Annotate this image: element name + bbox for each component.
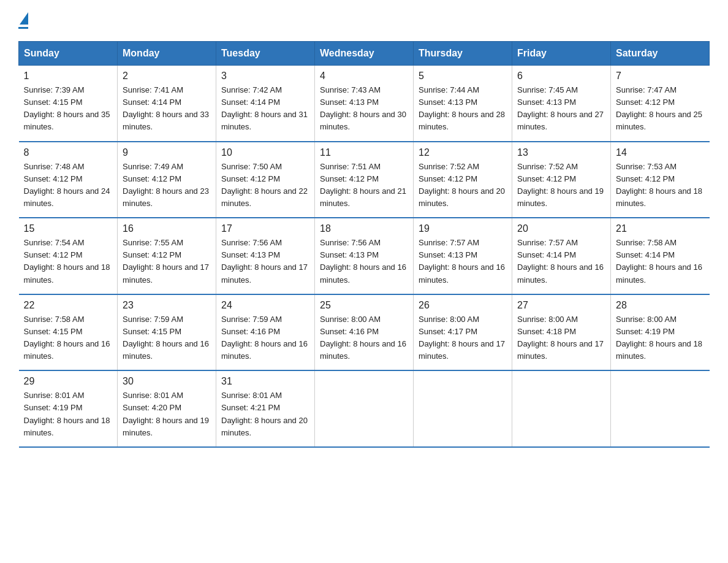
day-info: Sunrise: 7:55 AMSunset: 4:12 PMDaylight:… <box>123 237 211 286</box>
logo-triangle-icon <box>20 12 28 25</box>
day-info: Sunrise: 7:50 AMSunset: 4:12 PMDaylight:… <box>221 161 309 210</box>
weekday-header-friday: Friday <box>512 42 611 66</box>
calendar-cell <box>512 370 611 447</box>
day-info: Sunrise: 8:01 AMSunset: 4:20 PMDaylight:… <box>123 389 211 439</box>
day-number: 24 <box>221 300 309 311</box>
day-info: Sunrise: 7:47 AMSunset: 4:12 PMDaylight:… <box>616 84 705 134</box>
weekday-header-row: SundayMondayTuesdayWednesdayThursdayFrid… <box>19 42 710 66</box>
calendar-cell: 5Sunrise: 7:44 AMSunset: 4:13 PMDaylight… <box>414 66 512 142</box>
day-number: 3 <box>221 71 309 82</box>
day-number: 14 <box>616 147 705 158</box>
calendar-cell: 16Sunrise: 7:55 AMSunset: 4:12 PMDayligh… <box>118 218 216 294</box>
calendar-cell: 31Sunrise: 8:01 AMSunset: 4:21 PMDayligh… <box>216 370 315 447</box>
calendar-cell: 3Sunrise: 7:42 AMSunset: 4:14 PMDaylight… <box>216 66 315 142</box>
day-number: 30 <box>123 376 211 387</box>
day-number: 15 <box>24 223 113 234</box>
day-number: 13 <box>517 147 605 158</box>
day-info: Sunrise: 7:56 AMSunset: 4:13 PMDaylight:… <box>320 237 408 286</box>
calendar-cell: 19Sunrise: 7:57 AMSunset: 4:13 PMDayligh… <box>414 218 512 294</box>
day-number: 29 <box>24 376 113 387</box>
day-number: 5 <box>419 71 507 82</box>
calendar-cell: 26Sunrise: 8:00 AMSunset: 4:17 PMDayligh… <box>414 294 512 371</box>
weekday-header-sunday: Sunday <box>19 42 118 66</box>
day-info: Sunrise: 7:58 AMSunset: 4:14 PMDaylight:… <box>616 237 705 286</box>
day-number: 12 <box>419 147 507 158</box>
day-info: Sunrise: 7:59 AMSunset: 4:15 PMDaylight:… <box>123 313 211 363</box>
weekday-header-tuesday: Tuesday <box>216 42 315 66</box>
day-number: 16 <box>123 223 211 234</box>
day-info: Sunrise: 7:41 AMSunset: 4:14 PMDaylight:… <box>123 84 211 134</box>
day-info: Sunrise: 7:45 AMSunset: 4:13 PMDaylight:… <box>517 84 605 134</box>
logo <box>18 12 28 29</box>
week-row-5: 29Sunrise: 8:01 AMSunset: 4:19 PMDayligh… <box>19 370 710 447</box>
day-number: 28 <box>616 300 705 311</box>
calendar-cell: 12Sunrise: 7:52 AMSunset: 4:12 PMDayligh… <box>414 142 512 218</box>
day-number: 4 <box>320 71 408 82</box>
calendar-cell: 2Sunrise: 7:41 AMSunset: 4:14 PMDaylight… <box>118 66 216 142</box>
calendar-cell: 20Sunrise: 7:57 AMSunset: 4:14 PMDayligh… <box>512 218 611 294</box>
day-number: 27 <box>517 300 605 311</box>
day-number: 20 <box>517 223 605 234</box>
calendar-cell: 14Sunrise: 7:53 AMSunset: 4:12 PMDayligh… <box>611 142 710 218</box>
week-row-3: 15Sunrise: 7:54 AMSunset: 4:12 PMDayligh… <box>19 218 710 294</box>
day-info: Sunrise: 8:00 AMSunset: 4:17 PMDaylight:… <box>419 313 507 363</box>
week-row-1: 1Sunrise: 7:39 AMSunset: 4:15 PMDaylight… <box>19 66 710 142</box>
day-number: 31 <box>221 376 309 387</box>
day-info: Sunrise: 8:01 AMSunset: 4:21 PMDaylight:… <box>221 389 309 439</box>
day-number: 8 <box>24 147 113 158</box>
day-info: Sunrise: 7:56 AMSunset: 4:13 PMDaylight:… <box>221 237 309 286</box>
logo-underline <box>18 27 28 29</box>
day-number: 7 <box>616 71 705 82</box>
calendar-cell: 21Sunrise: 7:58 AMSunset: 4:14 PMDayligh… <box>611 218 710 294</box>
calendar-cell: 18Sunrise: 7:56 AMSunset: 4:13 PMDayligh… <box>315 218 414 294</box>
calendar-cell: 1Sunrise: 7:39 AMSunset: 4:15 PMDaylight… <box>19 66 118 142</box>
day-info: Sunrise: 8:00 AMSunset: 4:19 PMDaylight:… <box>616 313 705 363</box>
day-info: Sunrise: 7:52 AMSunset: 4:12 PMDaylight:… <box>419 161 507 210</box>
day-info: Sunrise: 7:54 AMSunset: 4:12 PMDaylight:… <box>24 237 113 286</box>
calendar-cell: 4Sunrise: 7:43 AMSunset: 4:13 PMDaylight… <box>315 66 414 142</box>
calendar-cell <box>611 370 710 447</box>
day-number: 17 <box>221 223 309 234</box>
calendar-cell: 10Sunrise: 7:50 AMSunset: 4:12 PMDayligh… <box>216 142 315 218</box>
calendar-cell: 17Sunrise: 7:56 AMSunset: 4:13 PMDayligh… <box>216 218 315 294</box>
day-info: Sunrise: 7:43 AMSunset: 4:13 PMDaylight:… <box>320 84 408 134</box>
calendar-cell: 29Sunrise: 8:01 AMSunset: 4:19 PMDayligh… <box>19 370 118 447</box>
calendar-cell: 8Sunrise: 7:48 AMSunset: 4:12 PMDaylight… <box>19 142 118 218</box>
calendar-cell: 6Sunrise: 7:45 AMSunset: 4:13 PMDaylight… <box>512 66 611 142</box>
day-info: Sunrise: 7:51 AMSunset: 4:12 PMDaylight:… <box>320 161 408 210</box>
calendar-cell: 7Sunrise: 7:47 AMSunset: 4:12 PMDaylight… <box>611 66 710 142</box>
day-number: 10 <box>221 147 309 158</box>
day-number: 9 <box>123 147 211 158</box>
day-info: Sunrise: 7:53 AMSunset: 4:12 PMDaylight:… <box>616 161 705 210</box>
day-info: Sunrise: 8:00 AMSunset: 4:16 PMDaylight:… <box>320 313 408 363</box>
day-number: 19 <box>419 223 507 234</box>
weekday-header-thursday: Thursday <box>414 42 512 66</box>
day-number: 26 <box>419 300 507 311</box>
day-info: Sunrise: 7:58 AMSunset: 4:15 PMDaylight:… <box>24 313 113 363</box>
calendar-cell: 23Sunrise: 7:59 AMSunset: 4:15 PMDayligh… <box>118 294 216 371</box>
day-info: Sunrise: 7:59 AMSunset: 4:16 PMDaylight:… <box>221 313 309 363</box>
calendar-table: SundayMondayTuesdayWednesdayThursdayFrid… <box>18 41 710 448</box>
calendar-cell: 25Sunrise: 8:00 AMSunset: 4:16 PMDayligh… <box>315 294 414 371</box>
day-number: 1 <box>24 71 113 82</box>
calendar-cell: 24Sunrise: 7:59 AMSunset: 4:16 PMDayligh… <box>216 294 315 371</box>
calendar-cell: 11Sunrise: 7:51 AMSunset: 4:12 PMDayligh… <box>315 142 414 218</box>
day-info: Sunrise: 7:49 AMSunset: 4:12 PMDaylight:… <box>123 161 211 210</box>
day-info: Sunrise: 8:01 AMSunset: 4:19 PMDaylight:… <box>24 389 113 439</box>
day-number: 18 <box>320 223 408 234</box>
weekday-header-wednesday: Wednesday <box>315 42 414 66</box>
day-info: Sunrise: 7:39 AMSunset: 4:15 PMDaylight:… <box>24 84 113 134</box>
weekday-header-monday: Monday <box>118 42 216 66</box>
calendar-cell: 9Sunrise: 7:49 AMSunset: 4:12 PMDaylight… <box>118 142 216 218</box>
calendar-cell: 15Sunrise: 7:54 AMSunset: 4:12 PMDayligh… <box>19 218 118 294</box>
calendar-cell: 13Sunrise: 7:52 AMSunset: 4:12 PMDayligh… <box>512 142 611 218</box>
week-row-2: 8Sunrise: 7:48 AMSunset: 4:12 PMDaylight… <box>19 142 710 218</box>
day-info: Sunrise: 7:42 AMSunset: 4:14 PMDaylight:… <box>221 84 309 134</box>
day-number: 21 <box>616 223 705 234</box>
day-number: 11 <box>320 147 408 158</box>
calendar-cell: 27Sunrise: 8:00 AMSunset: 4:18 PMDayligh… <box>512 294 611 371</box>
day-number: 25 <box>320 300 408 311</box>
day-info: Sunrise: 7:57 AMSunset: 4:13 PMDaylight:… <box>419 237 507 286</box>
calendar-cell <box>414 370 512 447</box>
day-number: 2 <box>123 71 211 82</box>
